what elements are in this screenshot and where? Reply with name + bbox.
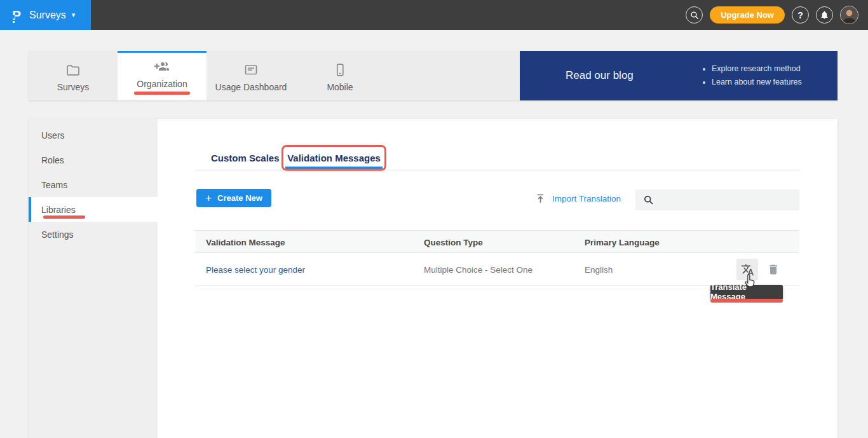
- question-type-cell: Multiple Choice - Select One: [424, 253, 532, 286]
- table-row: Please select your gender Multiple Choic…: [195, 253, 799, 286]
- search-input[interactable]: [660, 189, 794, 210]
- avatar-photo: [841, 6, 858, 24]
- import-translation-label: Import Translation: [552, 194, 621, 203]
- annotation-underline-libraries: [43, 216, 85, 219]
- topbar-actions: Upgrade Now ?: [686, 6, 868, 24]
- product-switcher[interactable]: P Surveys ▾: [0, 0, 91, 30]
- create-new-button[interactable]: + Create New: [196, 189, 271, 207]
- upgrade-now-button[interactable]: Upgrade Now: [710, 6, 785, 24]
- notifications-button[interactable]: [816, 6, 833, 24]
- nav-tab-surveys[interactable]: Surveys: [29, 51, 118, 100]
- nav-tab-usage-dashboard[interactable]: Usage Dashboard: [207, 51, 295, 100]
- annotation-underline-tooltip: [710, 299, 783, 303]
- search-icon: [643, 195, 654, 205]
- column-header-question-type: Question Type: [424, 231, 483, 254]
- nav-tab-label: Mobile: [327, 82, 353, 92]
- question-mark-icon: ?: [797, 10, 803, 20]
- translate-message-button[interactable]: [736, 259, 758, 280]
- validation-messages-table: Validation Message Question Type Primary…: [195, 230, 799, 286]
- sidebar-item-label: Roles: [41, 155, 64, 165]
- search-icon: [690, 11, 699, 20]
- primary-nav: Surveys Organization Usage Dashboard Mob…: [29, 51, 837, 100]
- blog-banner-bullet: Explore research method: [712, 62, 802, 76]
- import-translation-link[interactable]: Import Translation: [535, 191, 621, 206]
- create-new-label: Create New: [217, 193, 262, 203]
- column-header-primary-language: Primary Language: [585, 231, 660, 254]
- help-button[interactable]: ?: [792, 6, 809, 24]
- primary-language-cell: English: [585, 253, 613, 286]
- search-button[interactable]: [686, 6, 703, 24]
- settings-sidebar: Users Roles Teams Libraries Settings: [29, 119, 158, 438]
- sidebar-item-teams[interactable]: Teams: [29, 172, 158, 197]
- delete-button[interactable]: [764, 261, 782, 278]
- sidebar-item-label: Libraries: [41, 205, 76, 215]
- table-header-row: Validation Message Question Type Primary…: [195, 230, 799, 253]
- tab-custom-scales[interactable]: Custom Scales: [211, 145, 280, 170]
- folder-icon: [65, 62, 81, 78]
- blog-banner-link[interactable]: Read our blog: [566, 69, 661, 82]
- blog-promo-banner: Read our blog Explore research method Le…: [520, 51, 837, 100]
- sidebar-item-label: Settings: [41, 229, 74, 240]
- main-panel: Users Roles Teams Libraries Settings Cus…: [29, 119, 837, 438]
- bell-icon: [820, 10, 829, 20]
- column-header-validation-message: Validation Message: [206, 231, 285, 254]
- primary-nav-tabs: Surveys Organization Usage Dashboard Mob…: [29, 51, 520, 100]
- chevron-down-icon: ▾: [72, 11, 76, 19]
- active-tab-indicator: [285, 167, 383, 169]
- sidebar-item-roles[interactable]: Roles: [29, 147, 158, 172]
- app-logo-icon: P: [12, 8, 21, 22]
- nav-tab-label: Usage Dashboard: [215, 82, 287, 92]
- blog-banner-bullets: Explore research method Learn about new …: [703, 62, 802, 89]
- dashboard-icon: [243, 62, 259, 78]
- sidebar-item-label: Teams: [41, 180, 67, 190]
- plus-icon: +: [205, 193, 212, 203]
- sidebar-item-settings[interactable]: Settings: [29, 222, 158, 247]
- mobile-phone-icon: [332, 62, 348, 78]
- group-add-icon: [154, 59, 170, 74]
- product-name: Surveys: [29, 10, 66, 21]
- tabs-divider: [195, 170, 799, 170]
- translate-icon: [741, 263, 754, 277]
- blog-banner-bullet: Learn about new features: [712, 76, 802, 89]
- page: P Surveys ▾ Upgrade Now ? Surveys: [0, 0, 868, 438]
- translate-message-tooltip: Translate Message: [710, 285, 783, 299]
- validation-message-link[interactable]: Please select your gender: [206, 253, 305, 286]
- sidebar-item-label: Users: [41, 130, 65, 140]
- nav-tab-label: Organization: [137, 79, 187, 89]
- trash-icon: [767, 263, 780, 276]
- topbar: P Surveys ▾ Upgrade Now ?: [0, 0, 868, 30]
- nav-tab-organization[interactable]: Organization: [118, 51, 207, 100]
- sidebar-item-libraries[interactable]: Libraries: [29, 197, 158, 222]
- nav-tab-mobile[interactable]: Mobile: [295, 51, 384, 100]
- nav-tab-label: Surveys: [57, 82, 90, 92]
- tab-label: Custom Scales: [211, 153, 280, 163]
- sidebar-item-users[interactable]: Users: [29, 123, 158, 147]
- table-search: [635, 189, 799, 210]
- tab-validation-messages[interactable]: Validation Messages: [281, 145, 386, 171]
- annotation-underline-organization: [134, 92, 190, 95]
- user-avatar[interactable]: [840, 6, 858, 24]
- tab-label: Validation Messages: [287, 153, 381, 163]
- upload-icon: [535, 193, 546, 204]
